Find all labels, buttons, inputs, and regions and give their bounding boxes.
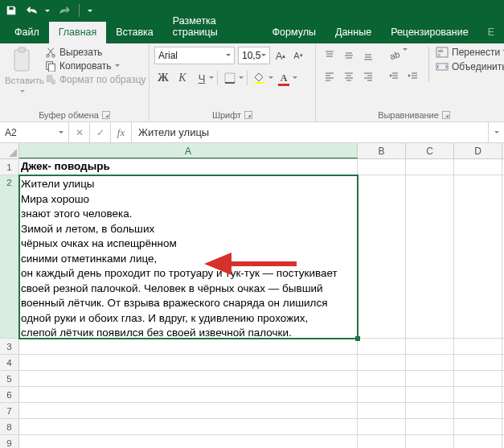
underline-button[interactable]: Ч: [193, 69, 211, 87]
align-bottom-icon[interactable]: [359, 47, 377, 64]
decrease-indent-icon[interactable]: [385, 68, 403, 85]
align-top-icon[interactable]: [321, 47, 338, 64]
cell[interactable]: [19, 371, 358, 386]
copy-button[interactable]: Копировать: [45, 60, 146, 72]
cell[interactable]: [358, 403, 406, 418]
save-icon[interactable]: [5, 4, 18, 17]
orientation-icon[interactable]: ab: [385, 47, 403, 64]
decrease-font-icon[interactable]: A▾: [291, 47, 305, 64]
cell[interactable]: [454, 403, 502, 418]
cell[interactable]: [454, 339, 502, 354]
svg-text:ab: ab: [388, 50, 400, 61]
cell[interactable]: [454, 387, 502, 402]
row-header[interactable]: 8: [0, 419, 19, 435]
tab-more[interactable]: Е: [478, 22, 504, 43]
cell[interactable]: [19, 435, 358, 448]
column-header[interactable]: C: [406, 143, 454, 158]
cell[interactable]: [454, 435, 502, 448]
alignment-dialog-launcher-icon[interactable]: [442, 111, 450, 119]
bold-button[interactable]: Ж: [154, 69, 172, 87]
tab-file[interactable]: Файл: [5, 22, 49, 43]
cell[interactable]: [406, 419, 454, 434]
cell[interactable]: [19, 419, 358, 434]
row-header[interactable]: 4: [0, 355, 19, 371]
font-group-label: Шрифт: [212, 110, 241, 120]
cell[interactable]: [358, 371, 406, 386]
cell[interactable]: [406, 387, 454, 402]
cell[interactable]: [406, 371, 454, 386]
cancel-formula-icon[interactable]: ✕: [69, 122, 90, 142]
tab-review[interactable]: Рецензирование: [381, 22, 478, 43]
cells-area[interactable]: Джек- поводырь Жители улицы Мира хорошо …: [19, 159, 504, 448]
tab-insert[interactable]: Вставка: [106, 22, 162, 43]
row-header[interactable]: 7: [0, 403, 19, 419]
cell[interactable]: [454, 175, 502, 338]
cell[interactable]: [358, 387, 406, 402]
cut-button[interactable]: Вырезать: [45, 47, 146, 58]
row-header[interactable]: 9: [0, 435, 19, 448]
row-header[interactable]: 2: [0, 175, 19, 339]
cell[interactable]: [358, 419, 406, 434]
cell[interactable]: [406, 355, 454, 370]
tab-home[interactable]: Главная: [49, 22, 107, 43]
undo-icon[interactable]: [26, 4, 39, 17]
cell[interactable]: [358, 339, 406, 354]
row-header[interactable]: 3: [0, 339, 19, 355]
tab-page-layout[interactable]: Разметка страницы: [163, 10, 263, 43]
row-header[interactable]: 5: [0, 371, 19, 387]
cell[interactable]: [358, 355, 406, 370]
formula-input[interactable]: Жители улицы: [132, 122, 488, 142]
accept-formula-icon[interactable]: ✓: [90, 122, 111, 142]
redo-icon[interactable]: [58, 4, 71, 17]
align-middle-icon[interactable]: [340, 47, 358, 64]
customize-qat-icon[interactable]: [88, 5, 92, 16]
row-header[interactable]: 6: [0, 387, 19, 403]
borders-button[interactable]: [221, 69, 239, 87]
tab-formulas[interactable]: Формулы: [263, 22, 326, 43]
name-box[interactable]: A2: [0, 122, 69, 142]
increase-indent-icon[interactable]: [404, 68, 422, 85]
increase-font-icon[interactable]: A▴: [273, 47, 288, 64]
fx-icon[interactable]: fx: [111, 122, 132, 142]
svg-rect-0: [14, 50, 29, 71]
column-header[interactable]: B: [358, 143, 406, 158]
cell[interactable]: [358, 159, 406, 175]
fill-color-button[interactable]: [251, 69, 268, 87]
column-header[interactable]: A: [19, 143, 358, 158]
row-header[interactable]: 1: [0, 159, 19, 175]
expand-formula-bar-icon[interactable]: [488, 122, 504, 142]
cell[interactable]: [454, 371, 502, 386]
separator: [247, 71, 248, 85]
cell[interactable]: [19, 403, 358, 418]
cell[interactable]: [19, 387, 358, 402]
italic-button[interactable]: К: [174, 69, 191, 87]
cell[interactable]: [19, 355, 358, 370]
font-size-combo[interactable]: 10,5: [238, 47, 270, 64]
font-name-combo[interactable]: Arial: [154, 47, 235, 64]
cell[interactable]: [406, 435, 454, 448]
format-painter-button[interactable]: Формат по образцу: [45, 74, 146, 85]
cell[interactable]: [406, 339, 454, 354]
font-dialog-launcher-icon[interactable]: [244, 111, 252, 119]
cell[interactable]: [454, 159, 502, 175]
align-left-icon[interactable]: [321, 68, 338, 85]
align-center-icon[interactable]: [340, 68, 358, 85]
wrap-text-button[interactable]: abc Перенести т: [436, 47, 504, 58]
cell[interactable]: [454, 419, 502, 434]
tab-data[interactable]: Данные: [326, 22, 381, 43]
merge-button[interactable]: Объединить: [436, 61, 504, 72]
align-right-icon[interactable]: [359, 68, 377, 85]
select-all-corner[interactable]: [0, 143, 19, 158]
cell[interactable]: [19, 339, 358, 354]
cell[interactable]: [406, 175, 454, 338]
cell[interactable]: [454, 355, 502, 370]
cell[interactable]: [406, 159, 454, 175]
undo-dropdown-icon[interactable]: [45, 5, 50, 16]
cell[interactable]: [358, 175, 406, 338]
cell[interactable]: [406, 403, 454, 418]
grid-row: [19, 419, 504, 435]
cell[interactable]: [358, 435, 406, 448]
paste-button[interactable]: Вставить: [5, 47, 40, 97]
column-header[interactable]: D: [454, 143, 502, 158]
clipboard-dialog-launcher-icon[interactable]: [102, 111, 110, 119]
